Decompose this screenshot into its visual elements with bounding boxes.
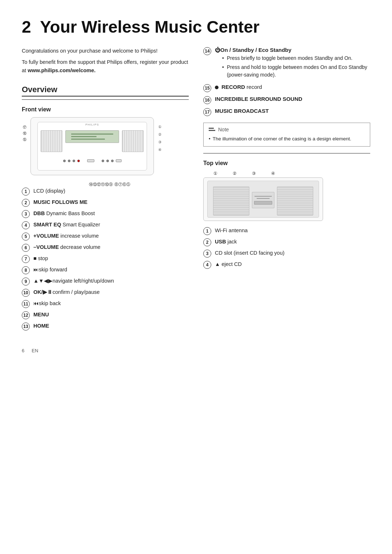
list-item: 6 –VOLUME decrease volume — [22, 243, 189, 252]
speaker-right-grill — [122, 130, 144, 152]
item-text-12: MENU — [33, 311, 189, 319]
ctrl-slider — [116, 159, 122, 162]
list-item: 8 ⏭skip forward — [22, 266, 189, 274]
item-text-4: SMART EQ Smart Equalizer — [33, 221, 189, 229]
lcd-display-area — [65, 130, 119, 143]
top-view-center-panel — [252, 192, 274, 208]
page-footer: 6 EN — [22, 348, 370, 353]
left-column: Congratulations on your purchase and wel… — [22, 47, 189, 334]
list-item: 12 MENU — [22, 311, 189, 319]
list-item: 1 Wi-Fi antenna — [203, 227, 370, 235]
item-number-2: 2 — [22, 199, 30, 207]
item-text-14: ⏻On / Standby / Eco Standby Press briefl… — [215, 47, 370, 80]
top-view-items-list: 1 Wi-Fi antenna 2 USB jack 3 CD slot (in… — [203, 227, 370, 269]
item-text-16: INCREDIBLE SURROUND SOUND — [215, 96, 370, 102]
tv-slot — [254, 201, 272, 205]
list-item: 7 ■ stop — [22, 255, 189, 263]
top-view-left-grill — [213, 186, 249, 216]
item-text-6: –VOLUME decrease volume — [33, 243, 189, 251]
page-lang: EN — [32, 348, 38, 353]
tv-label-4: ④ — [271, 171, 275, 176]
item-text-8: ⏭skip forward — [33, 266, 189, 274]
front-view-label: Front view — [22, 106, 189, 113]
record-bold: RECORD — [221, 84, 245, 90]
side-labels-right: ① ② ③ ④ — [158, 125, 162, 152]
front-view-diagram: ⑰ ⑯ ⑮ ① ② ③ ④ — [30, 117, 154, 175]
list-item: 13 HOME — [22, 322, 189, 331]
tv-item-text-1: Wi-Fi antenna — [215, 227, 370, 235]
ctrl-dot-6 — [106, 160, 109, 162]
ctrl-dot-2 — [68, 160, 70, 162]
item-text-7: ■ stop — [33, 255, 189, 263]
chapter-number: 2 — [22, 17, 31, 36]
list-item: 2 MUSIC FOLLOWS ME — [22, 198, 189, 207]
chapter-title-text: Your Wireless Music Center — [40, 17, 260, 36]
list-item: 4 SMART EQ Smart Equalizer — [22, 221, 189, 229]
side-labels-left: ⑰ ⑯ ⑮ — [23, 125, 26, 142]
item-text-9: ▲▼◀▶navigate left/right/up/down — [33, 277, 189, 285]
list-item: 3 DBB Dynamic Bass Boost — [22, 210, 189, 218]
tv-label-1: ① — [213, 171, 217, 176]
item-number-4: 4 — [22, 221, 30, 229]
chapter-title: 2 Your Wireless Music Center — [22, 17, 370, 37]
item-text-5: +VOLUME increase volume — [33, 232, 189, 240]
tv-item-number-1: 1 — [203, 227, 211, 235]
item-14-bullets: Press briefly to toggle between modes St… — [222, 54, 370, 79]
intro-link: www.philips.com/welcome. — [28, 67, 95, 73]
ctrl-dot-5 — [102, 160, 104, 162]
item-number-14: 14 — [203, 47, 211, 55]
item-number-5: 5 — [22, 233, 30, 241]
top-view-device-body — [207, 181, 319, 218]
list-item: 3 CD slot (insert CD facing you) — [203, 249, 370, 258]
tv-item-number-4: 4 — [203, 261, 211, 269]
tv-item-number-3: 3 — [203, 250, 211, 258]
item-text-15: RECORD record — [215, 84, 370, 90]
item-15: 15 RECORD record — [203, 84, 370, 92]
item-17: 17 MUSIC BROADCAST — [203, 108, 370, 116]
item-number-17: 17 — [203, 108, 211, 116]
item-number-8: 8 — [22, 266, 30, 274]
overview-title: Overview — [22, 85, 189, 97]
note-icon — [209, 128, 215, 131]
note-box: Note The illumination of one corner of t… — [203, 123, 370, 147]
tv-label-2: ② — [233, 171, 237, 176]
tv-label-3: ③ — [252, 171, 256, 176]
note-bullet: The illumination of one corner of the ca… — [209, 135, 365, 143]
tv-center-line-1 — [254, 196, 272, 197]
item-number-6: 6 — [22, 244, 30, 252]
ctrl-dot-1 — [63, 160, 66, 162]
item-text-2: MUSIC FOLLOWS ME — [33, 198, 189, 206]
page-number: 6 — [22, 348, 24, 353]
top-view-label: Top view — [203, 160, 370, 167]
item-number-1: 1 — [22, 188, 30, 196]
top-view-right-grill — [277, 186, 313, 216]
item-text-13: HOME — [33, 322, 189, 330]
tv-center-line-2 — [257, 198, 270, 199]
ctrl-dot-3 — [73, 160, 75, 162]
item-number-12: 12 — [22, 311, 30, 319]
list-item: 4 ▲ eject CD — [203, 260, 370, 269]
tv-item-text-4: ▲ eject CD — [215, 260, 370, 268]
top-view-divider — [203, 153, 370, 153]
item-text-17: MUSIC BROADCAST — [215, 108, 370, 114]
item-14-title: ⏻On / Standby / Eco Standby — [215, 47, 291, 53]
ctrl-rect-1 — [87, 159, 94, 162]
item-number-11: 11 — [22, 300, 30, 308]
list-item: 9 ▲▼◀▶navigate left/right/up/down — [22, 277, 189, 286]
list-item: 5 +VOLUME increase volume — [22, 232, 189, 241]
item-number-16: 16 — [203, 96, 211, 104]
item-text-11: ⏮skip back — [33, 300, 189, 308]
item-16: 16 INCREDIBLE SURROUND SOUND — [203, 96, 370, 104]
list-item: 1 LCD (display) — [22, 187, 189, 196]
top-view-number-labels: ① ② ③ ④ — [203, 171, 370, 176]
item-text-3: DBB Dynamic Bass Boost — [33, 210, 189, 218]
item-text-10: OK/▶⏸confirm / play/pause — [33, 288, 189, 296]
top-view-diagram — [203, 177, 323, 221]
overview-divider — [22, 99, 189, 100]
tv-item-text-2: USB jack — [215, 238, 370, 246]
note-header: Note — [209, 127, 365, 132]
bullet-item: Press and hold to toggle between modes O… — [222, 63, 370, 79]
ctrl-dot-7 — [111, 160, 114, 162]
right-column: 14 ⏻On / Standby / Eco Standby Press bri… — [203, 47, 370, 334]
item-number-13: 13 — [22, 323, 30, 331]
